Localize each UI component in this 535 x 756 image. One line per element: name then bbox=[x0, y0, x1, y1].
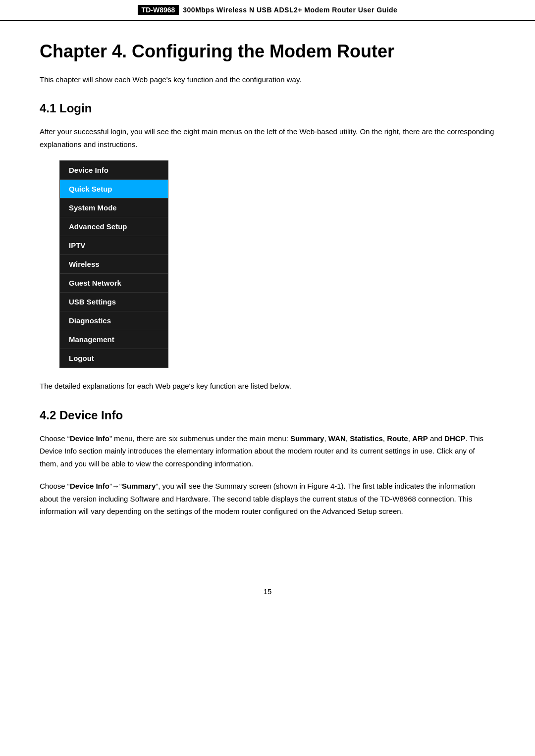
menu-item-wireless[interactable]: Wireless bbox=[60, 255, 168, 274]
menu-item-guest-network[interactable]: Guest Network bbox=[60, 274, 168, 293]
chapter-title: Chapter 4. Configuring the Modem Router bbox=[40, 41, 495, 62]
section-41-body2: The detailed explanations for each Web p… bbox=[40, 380, 495, 393]
menu-item-usb-settings[interactable]: USB Settings bbox=[60, 293, 168, 311]
section-42-title: 4.2 Device Info bbox=[40, 408, 495, 422]
dhcp-bold: DHCP bbox=[444, 434, 466, 443]
route-bold: Route bbox=[387, 434, 408, 443]
menu-item-quick-setup[interactable]: Quick Setup bbox=[60, 180, 168, 199]
page-number: 15 bbox=[0, 587, 535, 610]
section-41-body1: After your successful login, you will se… bbox=[40, 125, 495, 151]
header-bar: TD-W8968 300Mbps Wireless N USB ADSL2+ M… bbox=[0, 0, 535, 21]
wan-bold: WAN bbox=[328, 434, 346, 443]
menu-item-system-mode[interactable]: System Mode bbox=[60, 199, 168, 217]
arp-bold: ARP bbox=[412, 434, 428, 443]
page-container: TD-W8968 300Mbps Wireless N USB ADSL2+ M… bbox=[0, 0, 535, 756]
header-model: TD-W8968 bbox=[138, 5, 179, 15]
menu-item-device-info[interactable]: Device Info bbox=[60, 161, 168, 180]
menu-item-iptv[interactable]: IPTV bbox=[60, 236, 168, 255]
menu-item-diagnostics[interactable]: Diagnostics bbox=[60, 311, 168, 330]
section-42-para1: Choose “Device Info” menu, there are six… bbox=[40, 432, 495, 470]
section-42-para2: Choose “Device Info”→“Summary”, you will… bbox=[40, 480, 495, 518]
menu-item-logout[interactable]: Logout bbox=[60, 349, 168, 367]
nav-menu: Device Info Quick Setup System Mode Adva… bbox=[59, 160, 168, 368]
menu-item-management[interactable]: Management bbox=[60, 330, 168, 349]
header-title: 300Mbps Wireless N USB ADSL2+ Modem Rout… bbox=[183, 6, 397, 14]
device-info-bold-1: Device Info bbox=[70, 434, 109, 443]
statistics-bold: Statistics bbox=[350, 434, 383, 443]
menu-item-advanced-setup[interactable]: Advanced Setup bbox=[60, 217, 168, 236]
section-42: 4.2 Device Info Choose “Device Info” men… bbox=[40, 408, 495, 518]
chapter-intro: This chapter will show each Web page's k… bbox=[40, 74, 495, 86]
summary-bold-2: Summary bbox=[122, 482, 156, 490]
content-area: Chapter 4. Configuring the Modem Router … bbox=[0, 21, 535, 557]
device-info-bold-2: Device Info bbox=[70, 482, 109, 490]
section-41-title: 4.1 Login bbox=[40, 101, 495, 115]
summary-bold: Summary bbox=[290, 434, 324, 443]
